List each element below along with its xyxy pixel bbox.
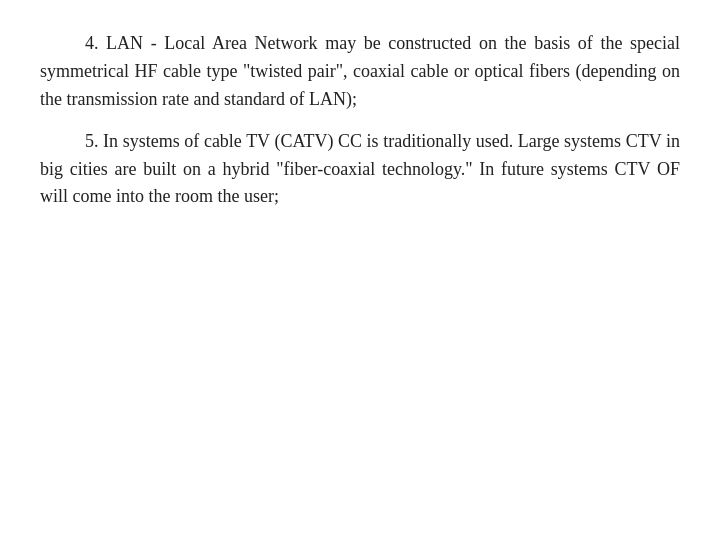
paragraph-2-text: 5. In systems of cable TV (CATV) CC is t… bbox=[40, 128, 680, 212]
paragraph-2: 5. In systems of cable TV (CATV) CC is t… bbox=[40, 128, 680, 212]
page-container: 4. LAN - Local Area Network may be const… bbox=[0, 0, 720, 540]
content-area: 4. LAN - Local Area Network may be const… bbox=[40, 30, 680, 211]
paragraph-1-text: 4. LAN - Local Area Network may be const… bbox=[40, 30, 680, 114]
paragraph-1: 4. LAN - Local Area Network may be const… bbox=[40, 30, 680, 114]
